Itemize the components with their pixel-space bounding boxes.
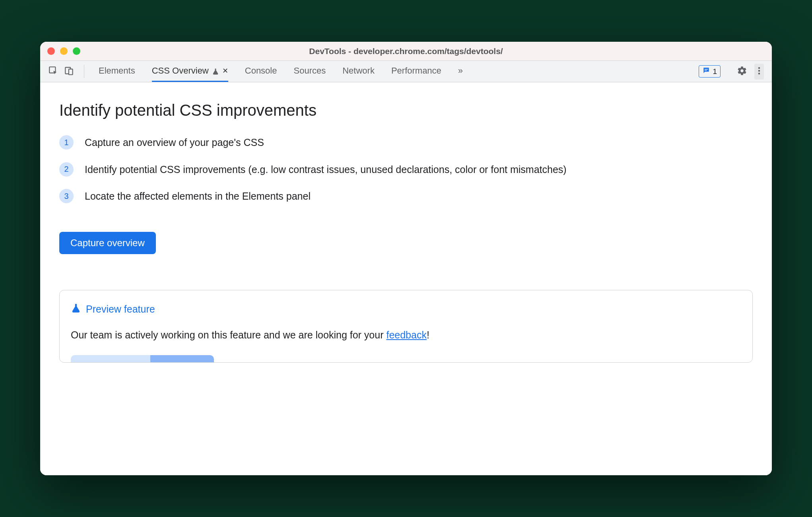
tab-label: Elements (99, 66, 135, 76)
step-number: 3 (59, 189, 74, 203)
progress-indicator (71, 355, 214, 362)
step-item: 1 Capture an overview of your page's CSS (59, 135, 753, 150)
step-text: Capture an overview of your page's CSS (85, 135, 264, 150)
close-window-button[interactable] (47, 47, 55, 55)
device-toggle-icon[interactable] (64, 66, 74, 78)
message-icon (702, 66, 710, 76)
step-item: 2 Identify potential CSS improvements (e… (59, 162, 753, 177)
svg-rect-3 (705, 69, 708, 70)
preview-title-text: Preview feature (86, 303, 155, 315)
step-item: 3 Locate the affected elements in the El… (59, 189, 753, 204)
tab-console[interactable]: Console (245, 61, 277, 82)
kebab-menu-icon[interactable] (754, 64, 764, 80)
preview-body: Our team is actively working on this fea… (71, 329, 741, 341)
toolbar-divider (84, 65, 84, 78)
preview-feature-card: Preview feature Our team is actively wor… (59, 290, 753, 363)
window-controls (47, 47, 80, 55)
svg-point-5 (758, 67, 760, 68)
step-number: 1 (59, 135, 74, 150)
tab-label: Sources (293, 66, 326, 76)
svg-rect-4 (705, 70, 707, 70)
preview-text-suffix: ! (427, 329, 429, 340)
step-text: Locate the affected elements in the Elem… (85, 189, 311, 204)
page-heading: Identify potential CSS improvements (59, 101, 753, 119)
close-tab-icon[interactable]: ✕ (222, 66, 228, 75)
preview-text-prefix: Our team is actively working on this fea… (71, 329, 386, 340)
overflow-label: » (458, 66, 463, 76)
step-text: Identify potential CSS improvements (e.g… (85, 162, 567, 177)
minimize-window-button[interactable] (60, 47, 68, 55)
devtools-window: DevTools - developer.chrome.com/tags/dev… (40, 42, 772, 475)
tab-sources[interactable]: Sources (293, 61, 326, 82)
issues-count: 1 (713, 67, 717, 76)
tab-label: Performance (391, 66, 441, 76)
issues-button[interactable]: 1 (699, 65, 721, 78)
devtools-toolbar: Elements CSS Overview ✕ Console Sources … (40, 61, 772, 82)
tab-elements[interactable]: Elements (99, 61, 135, 82)
panel-content: Identify potential CSS improvements 1 Ca… (40, 82, 772, 475)
svg-point-6 (758, 70, 760, 71)
tab-label: Console (245, 66, 277, 76)
panel-tabs: Elements CSS Overview ✕ Console Sources … (90, 61, 695, 82)
tab-css-overview[interactable]: CSS Overview ✕ (152, 61, 228, 82)
flask-icon (212, 67, 219, 74)
progress-segment (71, 355, 150, 362)
more-tabs-button[interactable]: » (458, 61, 463, 82)
svg-point-7 (758, 72, 760, 74)
svg-rect-2 (69, 69, 73, 74)
settings-icon[interactable] (737, 66, 747, 78)
tab-label: CSS Overview (152, 66, 209, 76)
tab-performance[interactable]: Performance (391, 61, 441, 82)
titlebar: DevTools - developer.chrome.com/tags/dev… (40, 42, 772, 61)
feedback-link[interactable]: feedback (386, 329, 426, 340)
tab-network[interactable]: Network (342, 61, 375, 82)
progress-segment (150, 355, 214, 362)
flask-icon (71, 302, 81, 317)
step-number: 2 (59, 162, 74, 177)
window-title: DevTools - developer.chrome.com/tags/dev… (40, 47, 772, 56)
capture-overview-button[interactable]: Capture overview (59, 232, 156, 254)
tab-label: Network (342, 66, 375, 76)
maximize-window-button[interactable] (73, 47, 80, 55)
steps-list: 1 Capture an overview of your page's CSS… (59, 135, 753, 204)
inspect-element-icon[interactable] (48, 66, 58, 78)
preview-title: Preview feature (71, 302, 741, 317)
